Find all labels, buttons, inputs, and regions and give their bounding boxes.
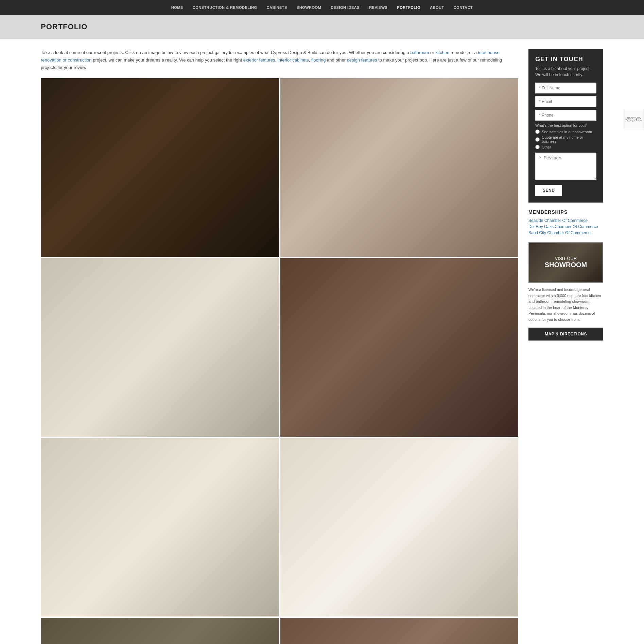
map-directions-button[interactable]: MAP & DIRECTIONS — [528, 328, 603, 341]
showroom-visit-label: VISIT OUR — [545, 256, 587, 261]
showroom-description: We're a licensed and insured general con… — [528, 287, 603, 323]
intro-paragraph: Take a look at some of our recent projec… — [41, 49, 518, 71]
nav-design-ideas[interactable]: DESIGN IDEAS — [326, 0, 364, 15]
bathroom-link[interactable]: bathroom — [411, 50, 429, 55]
full-name-input[interactable] — [535, 83, 596, 93]
portfolio-item-7[interactable] — [41, 618, 279, 644]
email-input[interactable] — [535, 96, 596, 107]
design-features-link[interactable]: design features — [347, 57, 377, 63]
nav-home[interactable]: HOME — [167, 0, 188, 15]
main-content: Take a look at some of our recent projec… — [0, 39, 644, 644]
portfolio-item-5[interactable] — [41, 438, 279, 616]
memberships-title: MEMBERSHIPS — [528, 209, 603, 215]
message-input[interactable] — [535, 153, 596, 180]
membership-sand-city[interactable]: Sand City Chamber Of Commerce — [528, 230, 603, 235]
exterior-features-link[interactable]: exterior features — [243, 57, 275, 63]
portfolio-item-2[interactable] — [280, 78, 519, 257]
nav-contact[interactable]: CONTACT — [449, 0, 477, 15]
radio-group: What's the best option for you? See samp… — [535, 123, 596, 149]
radio-showroom[interactable]: See samples in our showroom. — [535, 129, 596, 134]
portfolio-item-8[interactable] — [280, 618, 519, 644]
portfolio-item-4[interactable] — [280, 258, 519, 437]
phone-input[interactable] — [535, 110, 596, 121]
interior-cabinets-link[interactable]: interior cabinets — [278, 57, 309, 63]
main-nav: HOME CONSTRUCTION & REMODELING CABINETS … — [0, 0, 644, 15]
showroom-main-label: SHOWROOM — [545, 261, 587, 269]
page-title: PORTFOLIO — [41, 22, 603, 31]
kitchen-link[interactable]: kitchen — [435, 50, 449, 55]
get-in-touch-box: GET IN TOUCH Tell us a bit about your pr… — [528, 49, 603, 203]
left-column: Take a look at some of our recent projec… — [41, 49, 518, 644]
radio-question: What's the best option for you? — [535, 123, 596, 127]
nav-cabinets[interactable]: CABINETS — [262, 0, 292, 15]
radio-quote-label: Quote me at my home or business. — [542, 135, 596, 143]
nav-about[interactable]: ABOUT — [425, 0, 449, 15]
portfolio-item-6[interactable] — [280, 438, 519, 616]
recaptcha: reCAPTCHAPrivacy - Terms — [624, 109, 644, 129]
portfolio-item-1[interactable] — [41, 78, 279, 257]
flooring-link[interactable]: flooring — [311, 57, 326, 63]
get-in-touch-title: GET IN TOUCH — [535, 56, 596, 63]
nav-reviews[interactable]: REVIEWS — [364, 0, 392, 15]
nav-portfolio[interactable]: PORTFOLIO — [392, 0, 425, 15]
radio-other-label: Other — [542, 145, 551, 149]
nav-showroom[interactable]: SHOWROOM — [292, 0, 326, 15]
radio-other[interactable]: Other — [535, 145, 596, 149]
portfolio-grid — [41, 78, 518, 644]
nav-construction[interactable]: CONSTRUCTION & REMODELING — [188, 0, 262, 15]
showroom-box[interactable]: VISIT OUR SHOWROOM — [528, 242, 603, 283]
membership-del-rey[interactable]: Del Rey Oaks Chamber Of Commerce — [528, 224, 603, 229]
memberships-section: MEMBERSHIPS Seaside Chamber Of Commerce … — [528, 209, 603, 235]
get-in-touch-subtitle: Tell us a bit about your project. We wil… — [535, 66, 596, 78]
membership-seaside[interactable]: Seaside Chamber Of Commerce — [528, 218, 603, 223]
right-column: GET IN TOUCH Tell us a bit about your pr… — [528, 49, 603, 341]
showroom-box-text: VISIT OUR SHOWROOM — [545, 256, 587, 269]
portfolio-item-3[interactable] — [41, 258, 279, 437]
radio-quote[interactable]: Quote me at my home or business. — [535, 135, 596, 143]
page-title-section: PORTFOLIO — [0, 15, 644, 39]
send-button[interactable]: SEND — [535, 185, 562, 196]
radio-showroom-label: See samples in our showroom. — [542, 130, 593, 134]
